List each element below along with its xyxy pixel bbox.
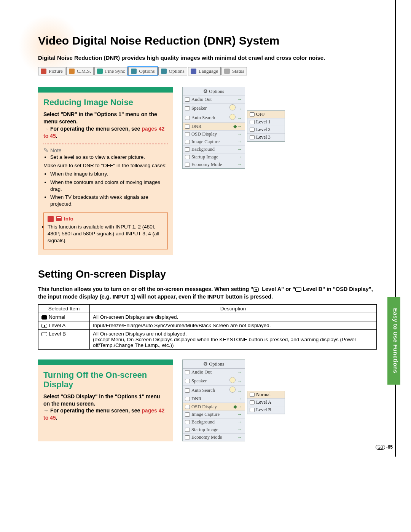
osd-row-indicator: →: [229, 377, 242, 385]
level-a-glyph-icon: [253, 288, 259, 292]
osd-row-icon: [185, 428, 190, 432]
osd-preview-1: ⚙ Options Audio Out→Speaker →Auto Search…: [182, 87, 285, 169]
table-cell-item: Level B: [38, 330, 90, 350]
osd-row-label: Audio Out: [191, 369, 212, 375]
osd-sub-row[interactable]: Level A: [247, 399, 285, 406]
osd-sub-icon: [250, 393, 255, 397]
osd-sub-row[interactable]: OFF: [247, 111, 285, 118]
osd-row-icon: [185, 155, 190, 159]
menu-button-status[interactable]: Status: [221, 67, 247, 75]
info-box: Info This function is available with INP…: [43, 212, 168, 250]
osd-panel-main-2: ⚙ Options Audio Out→Speaker →Auto Search…: [182, 359, 245, 441]
osd-row-icon: [185, 420, 190, 424]
item-icon: [41, 332, 47, 336]
item-icon: [41, 324, 47, 328]
osd-sub-label: Level 3: [256, 134, 271, 140]
osd-row[interactable]: Speaker →: [183, 376, 245, 386]
instruction-2: Select "OSD Display" in the "Options 1" …: [43, 393, 168, 407]
instruction-1: Select "DNR" in the "Options 1" menu on …: [43, 111, 168, 125]
osd-row[interactable]: DNR◆→: [183, 123, 245, 131]
osd-row-indicator: →: [237, 412, 243, 417]
osd-row-label: Background: [191, 419, 215, 425]
page-heading-1: Video Digital Noise Reduction (DNR) Syst…: [38, 34, 377, 47]
menu-button-language[interactable]: Language: [188, 67, 221, 75]
osd-row[interactable]: DNR→: [183, 395, 245, 403]
osd-row-icon: [185, 379, 190, 383]
osd-row[interactable]: Background→: [183, 419, 245, 426]
menu-button-finesync[interactable]: Fine Sync: [94, 67, 127, 75]
note-bullet: When the contours and colors of moving i…: [50, 179, 168, 193]
osd-sub-icon: [250, 120, 255, 124]
osd-row[interactable]: Audio Out→: [183, 369, 245, 376]
menu-button-options[interactable]: Options: [158, 67, 187, 75]
menu-label: Language: [199, 68, 218, 74]
menu-button-options[interactable]: Options: [128, 67, 157, 75]
instruction-1b: → For operating the menu screen, see pag…: [43, 125, 168, 140]
table-cell-desc: All On-screen Displays are not displayed…: [90, 330, 377, 350]
osd-row[interactable]: Image Capture→: [183, 411, 245, 419]
osd-row-icon: [185, 397, 190, 401]
osd-row[interactable]: Audio Out→: [183, 96, 245, 104]
osd-row-indicator: →: [237, 147, 243, 152]
menu-button-cms[interactable]: C.M.S.: [66, 67, 94, 75]
menu-icon: [69, 69, 75, 74]
osd-row[interactable]: Economy Mode→: [183, 434, 245, 441]
osd-row-label: Image Capture: [191, 139, 220, 145]
osd-row-icon: [185, 125, 190, 129]
osd-row-icon: [185, 132, 190, 136]
osd-row-indicator: →: [237, 154, 243, 160]
menu-bar: PictureC.M.S.Fine SyncOptionsOptionsLang…: [38, 67, 377, 75]
osd-row[interactable]: Auto Search →: [183, 113, 245, 123]
osd-row[interactable]: Startup Image→: [183, 153, 245, 161]
page-edge-rule: [395, 0, 396, 457]
osd-row-icon: [185, 147, 190, 152]
osd-row-label: DNR: [191, 124, 201, 129]
osd-sub-row[interactable]: Level 3: [247, 134, 285, 141]
intro2-b: Level A" or ": [260, 286, 295, 292]
menu-button-picture[interactable]: Picture: [38, 67, 65, 75]
osd-sub-row[interactable]: Level 2: [247, 126, 285, 134]
osd-row-indicator: →: [237, 396, 243, 402]
osd-preview-2: ⚙ Options Audio Out→Speaker →Auto Search…: [182, 359, 285, 441]
osd-row-label: Speaker: [191, 105, 207, 111]
osd-sub-row[interactable]: Normal: [247, 391, 285, 399]
osd-row-label: Audio Out: [191, 97, 212, 102]
menu-label: Options: [169, 68, 185, 74]
osd-row-indicator: →: [237, 139, 243, 145]
section-green-bar: [38, 87, 173, 93]
menu-icon: [41, 69, 46, 74]
osd-row-icon: [185, 116, 190, 120]
osd-row-label: DNR: [191, 396, 201, 402]
osd-title-text-2: Options: [209, 361, 224, 367]
osd-row[interactable]: Background→: [183, 146, 245, 153]
osd-row[interactable]: Startup Image→: [183, 426, 245, 434]
menu-label: C.M.S.: [77, 68, 91, 74]
page-heading-2: Setting On-screen Display: [38, 268, 377, 280]
osd-sub-row[interactable]: Level 1: [247, 118, 285, 126]
osd-sub-row[interactable]: Level B: [247, 406, 285, 414]
note-bullet: When the image is blurry.: [50, 171, 168, 177]
level-b-glyph-icon: [295, 287, 301, 292]
osd-row-indicator: ◆→: [233, 123, 243, 129]
table-row: NormalAll On-screen Displays are display…: [38, 313, 377, 321]
osd-row[interactable]: OSD Display◆→: [183, 403, 245, 411]
osd-row[interactable]: Auto Search →: [183, 386, 245, 395]
table-cell-item: Normal: [38, 313, 90, 321]
note-bullet: Set a level so as to view a clearer pict…: [50, 154, 168, 161]
osd-sub-label: Level B: [256, 407, 271, 413]
osd-row[interactable]: Economy Mode→: [183, 161, 245, 168]
osd-row-label: Image Capture: [191, 412, 220, 417]
instruction-2b-text: → For operating the menu screen, see: [43, 407, 142, 414]
osd-row-icon: [185, 388, 190, 393]
osd-panel-title-1: ⚙ Options: [183, 87, 245, 96]
osd-row-label: OSD Display: [191, 404, 217, 410]
osd-row[interactable]: Speaker →: [183, 104, 245, 113]
osd-row-label: Economy Mode: [191, 435, 222, 440]
osd-row[interactable]: OSD Display→: [183, 131, 245, 138]
osd-row-icon: [185, 163, 190, 167]
menu-icon: [191, 69, 196, 74]
menu-icon: [161, 69, 167, 74]
item-icon: [41, 315, 47, 320]
menu-icon: [224, 69, 230, 74]
osd-row[interactable]: Image Capture→: [183, 138, 245, 146]
